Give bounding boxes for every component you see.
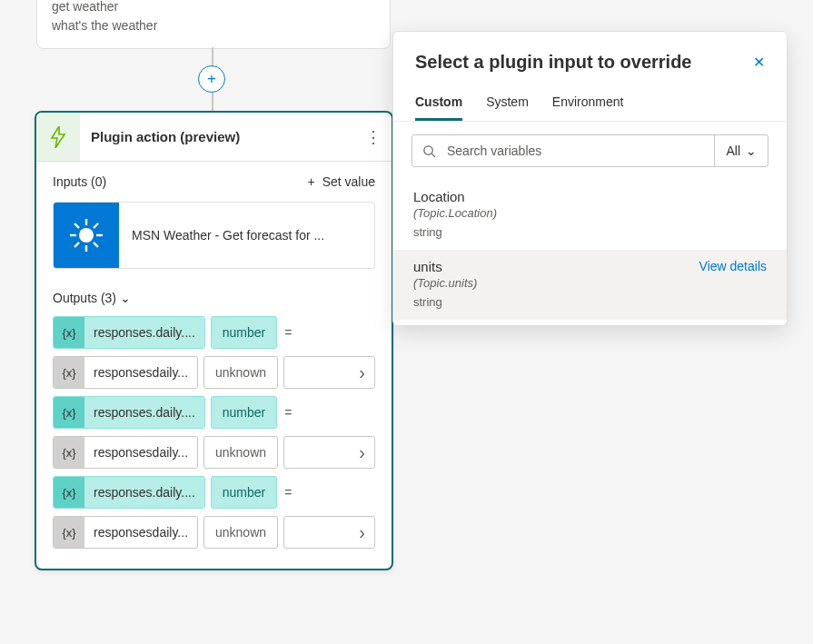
set-value-button[interactable]: + Set value	[307, 174, 375, 189]
svg-line-10	[431, 154, 435, 157]
svg-point-0	[79, 228, 94, 243]
output-variable-chip[interactable]: {x}responses.daily....	[53, 476, 205, 509]
tab-custom[interactable]: Custom	[415, 87, 462, 121]
chevron-right-icon: ›	[359, 362, 365, 383]
lightning-icon	[36, 113, 80, 161]
variable-name: Location	[413, 189, 767, 204]
filter-label: All	[726, 144, 740, 158]
panel-tabs: Custom System Environment	[393, 82, 787, 122]
inputs-label: Inputs (0)	[53, 174, 106, 189]
output-type-chip: number	[211, 476, 277, 509]
weather-icon	[54, 203, 119, 268]
svg-line-5	[74, 223, 79, 228]
chevron-right-icon: ›	[359, 442, 365, 463]
output-variable-chip[interactable]: {x}responsesdaily...	[53, 516, 198, 549]
variable-badge-icon: {x}	[54, 477, 84, 508]
plus-icon: +	[307, 174, 314, 189]
plus-icon: +	[207, 70, 216, 88]
inputs-section-header: Inputs (0) + Set value	[36, 162, 392, 202]
variable-badge-icon: {x}	[54, 317, 84, 348]
output-value-slot[interactable]: ›	[283, 436, 375, 469]
output-row: {x}responsesdaily...unknown›	[53, 516, 375, 549]
plugin-tile-label: MSN Weather - Get forecast for ...	[119, 228, 374, 243]
close-icon: ✕	[753, 54, 765, 70]
variable-badge-icon: {x}	[54, 517, 84, 548]
svg-line-6	[94, 243, 98, 247]
trigger-node[interactable]: get weather what's the weather	[36, 0, 391, 49]
output-row: {x}responsesdaily...unknown›	[53, 356, 375, 389]
output-type-chip: number	[211, 316, 277, 349]
output-variable-chip[interactable]: {x}responses.daily....	[53, 396, 205, 429]
svg-line-8	[94, 223, 98, 228]
output-type-chip: unknown	[203, 436, 278, 469]
card-title: Plugin action (preview)	[80, 113, 355, 161]
equals-sign: =	[283, 485, 293, 500]
chevron-down-icon: ⌄	[120, 291, 131, 305]
variable-path: (Topic.units)	[413, 276, 767, 290]
variable-badge-icon: {x}	[54, 397, 84, 428]
view-details-link[interactable]: View details	[699, 259, 767, 273]
search-input[interactable]	[445, 143, 714, 159]
output-variable-name: responses.daily....	[84, 477, 204, 508]
variable-row[interactable]: View detailsunits(Topic.units)string	[393, 250, 787, 320]
chevron-right-icon: ›	[359, 522, 365, 543]
plugin-tile[interactable]: MSN Weather - Get forecast for ...	[53, 202, 375, 269]
more-icon: ⋮	[365, 127, 382, 147]
trigger-line: what's the weather	[52, 16, 375, 35]
filter-dropdown[interactable]: All ⌄	[714, 135, 768, 166]
chevron-down-icon: ⌄	[746, 144, 757, 158]
output-variable-chip[interactable]: {x}responsesdaily...	[53, 356, 198, 389]
output-row: {x}responses.daily....number=	[53, 396, 375, 429]
set-value-label: Set value	[322, 174, 375, 189]
output-row: {x}responses.daily....number=	[53, 476, 375, 509]
variable-badge-icon: {x}	[54, 437, 84, 468]
output-variable-chip[interactable]: {x}responsesdaily...	[53, 436, 198, 469]
variable-row[interactable]: Location(Topic.Location)string	[393, 180, 787, 250]
output-value-slot[interactable]: ›	[283, 516, 375, 549]
override-panel: Select a plugin input to override ✕ Cust…	[392, 31, 788, 326]
search-icon	[412, 144, 445, 158]
output-variable-name: responsesdaily...	[84, 365, 197, 380]
equals-sign: =	[283, 325, 293, 340]
variable-type: string	[413, 225, 767, 239]
output-type-chip: number	[211, 396, 277, 429]
svg-line-7	[74, 243, 79, 247]
plugin-action-card[interactable]: Plugin action (preview) ⋮ Inputs (0) + S…	[35, 111, 393, 570]
tab-environment[interactable]: Environment	[552, 87, 624, 121]
variable-type: string	[413, 295, 767, 309]
output-variable-name: responses.daily....	[84, 397, 204, 428]
output-variable-chip[interactable]: {x}responses.daily....	[53, 316, 205, 349]
close-button[interactable]: ✕	[753, 54, 765, 71]
output-variable-name: responsesdaily...	[84, 445, 197, 460]
output-variable-name: responsesdaily...	[84, 525, 197, 540]
output-type-chip: unknown	[203, 516, 278, 549]
output-variable-name: responses.daily....	[84, 317, 204, 348]
svg-point-9	[423, 145, 431, 154]
outputs-label: Outputs (3)	[53, 291, 116, 305]
card-menu-button[interactable]: ⋮	[355, 113, 392, 161]
panel-title: Select a plugin input to override	[415, 52, 691, 73]
output-row: {x}responses.daily....number=	[53, 316, 375, 349]
output-value-slot[interactable]: ›	[283, 356, 375, 389]
variable-badge-icon: {x}	[54, 357, 84, 388]
trigger-line: get weather	[52, 0, 375, 16]
add-node-button[interactable]: +	[198, 65, 225, 93]
outputs-toggle[interactable]: Outputs (3) ⌄	[36, 285, 392, 316]
equals-sign: =	[283, 405, 293, 420]
card-header: Plugin action (preview) ⋮	[36, 113, 392, 162]
tab-system[interactable]: System	[486, 87, 529, 121]
output-type-chip: unknown	[203, 356, 278, 389]
variable-path: (Topic.Location)	[413, 206, 767, 220]
search-row: All ⌄	[411, 134, 768, 167]
output-row: {x}responsesdaily...unknown›	[53, 436, 375, 469]
